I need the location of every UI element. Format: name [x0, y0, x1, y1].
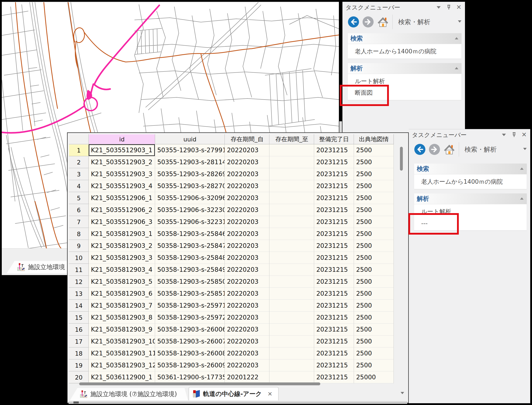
- table-cell[interactable]: 2500: [354, 240, 394, 252]
- table-cell[interactable]: 2500: [354, 347, 394, 359]
- table-cell[interactable]: 2500: [354, 216, 394, 228]
- row-number[interactable]: 17: [69, 336, 89, 347]
- table-cell[interactable]: [269, 144, 314, 156]
- table-cell[interactable]: [269, 347, 314, 359]
- row-number[interactable]: 13: [69, 288, 89, 300]
- table-cell[interactable]: K21_5035812903_5: [89, 276, 155, 288]
- table-cell[interactable]: 20220203: [225, 264, 269, 276]
- table-cell[interactable]: [269, 359, 314, 371]
- row-number[interactable]: 4: [69, 180, 89, 192]
- table-cell[interactable]: [269, 180, 314, 192]
- table-cell[interactable]: 50358-12903-s-26007: [155, 336, 225, 347]
- table-cell[interactable]: 2500: [354, 192, 394, 204]
- table-cell[interactable]: 2500: [354, 264, 394, 276]
- column-header-uuid[interactable]: uuid: [155, 134, 225, 144]
- table-cell[interactable]: K21_5035812903_12: [89, 359, 155, 371]
- table-corner-cell[interactable]: [69, 134, 89, 144]
- pin-icon[interactable]: [446, 4, 452, 11]
- column-header-存在期間_自[interactable]: 存在期間_自: [225, 134, 269, 144]
- table-cell[interactable]: [269, 216, 314, 228]
- table-cell[interactable]: 20220203: [225, 312, 269, 324]
- table-cell[interactable]: [269, 300, 314, 312]
- table-cell[interactable]: 50355-12906-s-32096: [155, 192, 225, 204]
- row-number[interactable]: 5: [69, 192, 89, 204]
- task-item[interactable]: ルート解析: [348, 75, 461, 87]
- table-cell[interactable]: 2500: [354, 180, 394, 192]
- home-button[interactable]: [377, 16, 388, 27]
- table-cell[interactable]: 50358-12903-s-25848: [155, 252, 225, 264]
- table-cell[interactable]: 2500: [354, 312, 394, 324]
- table-cell[interactable]: 20220203: [225, 228, 269, 240]
- chevron-down-icon[interactable]: [458, 20, 461, 23]
- table-cell[interactable]: [269, 192, 314, 204]
- table-cell[interactable]: 20220203: [225, 276, 269, 288]
- table-cell[interactable]: 50358-12903-s-26006: [155, 324, 225, 336]
- table-cell[interactable]: 20231215: [314, 264, 354, 276]
- table-cell[interactable]: [269, 312, 314, 324]
- table-cell[interactable]: 20231215: [314, 192, 354, 204]
- row-number[interactable]: 2: [69, 156, 89, 168]
- table-cell[interactable]: K21_5035812903_6: [89, 288, 155, 300]
- forward-button[interactable]: [362, 16, 374, 28]
- row-number[interactable]: 9: [69, 240, 89, 252]
- table-cell[interactable]: K21_5035512906_2: [89, 204, 155, 216]
- table-cell[interactable]: 20231215: [314, 276, 354, 288]
- table-cell[interactable]: 20231215: [314, 347, 354, 359]
- row-number[interactable]: 19: [69, 359, 89, 371]
- forward-button[interactable]: [429, 144, 440, 155]
- tab-facility-environment[interactable]: 施設立地環境 (⑦施設立地環境): [70, 388, 188, 400]
- row-number[interactable]: 16: [69, 324, 89, 336]
- table-cell[interactable]: 50358-12903-s-25851: [155, 288, 225, 300]
- table-cell[interactable]: K21_5035812903_7: [89, 300, 155, 312]
- tab-close-icon[interactable]: ✕: [268, 391, 273, 397]
- table-cell[interactable]: 2500: [354, 252, 394, 264]
- row-number[interactable]: 6: [69, 204, 89, 216]
- table-cell[interactable]: 20220203: [225, 168, 269, 180]
- table-cell[interactable]: K21_5035812903_3: [89, 252, 155, 264]
- chevron-down-icon[interactable]: [437, 6, 441, 9]
- task-item[interactable]: ---: [414, 217, 527, 229]
- table-cell[interactable]: 50355-12903-s-28114: [155, 156, 225, 168]
- table-cell[interactable]: 2500: [354, 288, 394, 300]
- table-cell[interactable]: 50358-12903-s-25846: [155, 228, 225, 240]
- table-cell[interactable]: 20220203: [225, 324, 269, 336]
- table-cell[interactable]: [269, 252, 314, 264]
- collapse-icon[interactable]: [520, 197, 524, 200]
- table-cell[interactable]: 50358-12903-s-25971: [155, 300, 225, 312]
- vertical-scrollbar[interactable]: [398, 144, 404, 379]
- table-cell[interactable]: 50355-12903-s-27991: [155, 144, 225, 156]
- table-cell[interactable]: 2500: [354, 300, 394, 312]
- table-cell[interactable]: K21_5035512906_1: [89, 192, 155, 204]
- close-icon[interactable]: ✕: [456, 2, 461, 13]
- table-cell[interactable]: [269, 228, 314, 240]
- table-cell[interactable]: 2500: [354, 156, 394, 168]
- table-cell[interactable]: K21_5035512903_4: [89, 180, 155, 192]
- back-button[interactable]: [414, 144, 426, 155]
- table-cell[interactable]: 2500: [354, 359, 394, 371]
- table-cell[interactable]: 2500: [354, 336, 394, 347]
- table-cell[interactable]: K21_5035512903_1: [89, 144, 155, 156]
- table-cell[interactable]: 50355-12903-s-28270: [155, 180, 225, 192]
- table-cell[interactable]: K21_5035812903_2: [89, 240, 155, 252]
- horizontal-scrollbar[interactable]: [69, 381, 396, 386]
- table-cell[interactable]: 20231215: [314, 156, 354, 168]
- row-number[interactable]: 12: [69, 276, 89, 288]
- chevron-down-icon[interactable]: [523, 148, 527, 150]
- table-cell[interactable]: [269, 156, 314, 168]
- table-cell[interactable]: 20231215: [314, 324, 354, 336]
- table-cell[interactable]: K21_5035812903_8: [89, 312, 155, 324]
- table-cell[interactable]: [269, 276, 314, 288]
- chevron-down-icon[interactable]: [502, 134, 506, 136]
- table-cell[interactable]: 50358-12903-s-25849: [155, 264, 225, 276]
- tab-track-centerline[interactable]: 軌道の中心線-アーク ✕: [189, 387, 279, 400]
- table-cell[interactable]: 50358-12903-s-25972: [155, 312, 225, 324]
- table-cell[interactable]: [269, 204, 314, 216]
- table-cell[interactable]: 20220203: [225, 216, 269, 228]
- table-cell[interactable]: K21_5035812903_10: [89, 336, 155, 347]
- table-cell[interactable]: K21_5035512906_3: [89, 216, 155, 228]
- table-cell[interactable]: 2500: [354, 324, 394, 336]
- task-item[interactable]: 老人ホームから1400ｍの病院: [414, 176, 527, 188]
- table-cell[interactable]: [269, 240, 314, 252]
- table-cell[interactable]: [269, 168, 314, 180]
- row-number[interactable]: 10: [69, 252, 89, 264]
